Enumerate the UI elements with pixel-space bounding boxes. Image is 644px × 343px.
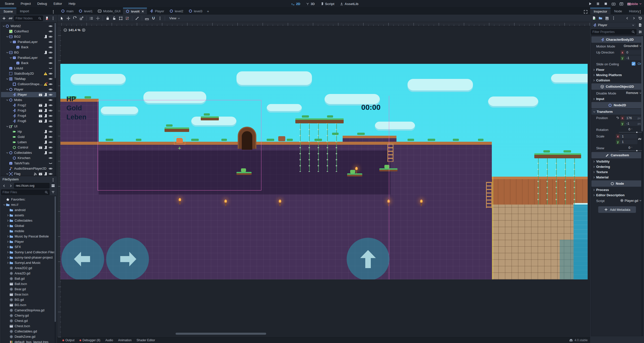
- visibility-toggle-icon[interactable]: [49, 167, 53, 171]
- visibility-toggle-icon[interactable]: [49, 98, 53, 102]
- visibility-toggle-icon[interactable]: [49, 82, 53, 86]
- filter-nodes-box[interactable]: [14, 16, 43, 21]
- revert-icon[interactable]: [616, 116, 619, 119]
- visibility-toggle-icon[interactable]: [49, 151, 53, 155]
- visibility-toggle-icon[interactable]: [49, 45, 53, 49]
- menu-debug[interactable]: Debug: [34, 0, 50, 8]
- fs-item-default-bus-layout-tres[interactable]: default_bus_layout.tres: [1, 339, 56, 343]
- move-tool[interactable]: [65, 15, 71, 21]
- tree-node-parallaxlayer[interactable]: ParallaxLayer: [1, 39, 56, 44]
- fold-process[interactable]: Process: [591, 187, 643, 192]
- position-y-field[interactable]: y-1px: [620, 121, 642, 126]
- snap-menu-button[interactable]: [157, 15, 163, 21]
- tree-node-frog4[interactable]: Frog4: [1, 113, 56, 118]
- tree-expand-icon[interactable]: [6, 151, 9, 154]
- fs-item-bear-tscn[interactable]: Bear.tscn: [1, 292, 56, 297]
- tree-expand-icon[interactable]: [6, 99, 9, 102]
- filter-nodes-input[interactable]: [16, 17, 37, 20]
- fs-item-sunny-land-phaser-project[interactable]: sunny-land-phaser-project: [1, 255, 56, 260]
- scene-tab-player[interactable]: Player: [147, 8, 167, 14]
- snap-toggle-button[interactable]: [150, 15, 156, 21]
- dock-tabs-menu-button[interactable]: [50, 9, 56, 15]
- pause-button[interactable]: [595, 1, 601, 7]
- resource-menu-button[interactable]: [611, 15, 617, 21]
- property-slider[interactable]: 0 °: [619, 127, 642, 132]
- view-menu-button[interactable]: View: [167, 15, 183, 21]
- scene-tab-mobile_gui[interactable]: Mobile_GUI: [95, 8, 123, 14]
- scene-tab-level3[interactable]: level3: [186, 8, 205, 14]
- visibility-toggle-icon[interactable]: [49, 114, 53, 118]
- save-resource-button[interactable]: [604, 15, 610, 21]
- tree-expand-icon[interactable]: [6, 172, 9, 175]
- tree-expand-icon[interactable]: [9, 40, 12, 43]
- fold-floor[interactable]: Floor: [591, 67, 643, 72]
- fs-item-bg-tscn[interactable]: BG.tscn: [1, 302, 56, 308]
- fs-expand-icon[interactable]: [6, 224, 9, 227]
- select-tool[interactable]: [59, 15, 65, 21]
- play-custom-scene-button[interactable]: [619, 1, 624, 7]
- fs-expand-icon[interactable]: [6, 214, 9, 217]
- fold-editor-description[interactable]: Editor Description: [591, 192, 643, 198]
- fs-expand-icon[interactable]: [6, 235, 9, 238]
- fs-item-collectables[interactable]: Collectables: [1, 218, 56, 223]
- tree-node-flag[interactable]: Flag: [1, 171, 56, 176]
- filesystem-header[interactable]: FileSystem: [0, 176, 57, 182]
- tree-node-collisionshape2d[interactable]: CollisionShape2D: [1, 81, 56, 87]
- fs-item-global[interactable]: Global: [1, 223, 56, 228]
- renderer-selector[interactable]: Mobile: [626, 0, 643, 8]
- fs-item-area2d2-gd[interactable]: Area2D2.gd: [1, 265, 56, 271]
- tree-node-gold[interactable]: Gold: [1, 134, 56, 139]
- position-x-field[interactable]: x176px: [620, 116, 642, 120]
- visibility-toggle-icon[interactable]: [49, 77, 53, 81]
- scale-y-field[interactable]: y1: [616, 139, 637, 144]
- filter-properties-box[interactable]: [591, 29, 636, 35]
- fs-item-sunnyland-music[interactable]: SunnyLand Music: [1, 260, 56, 265]
- play-scene-button[interactable]: [611, 1, 616, 7]
- fs-item-ball-tscn[interactable]: Ball.tscn: [1, 281, 56, 286]
- visibility-toggle-icon[interactable]: [49, 172, 53, 176]
- scale-tool[interactable]: [78, 15, 85, 21]
- fs-expand-icon[interactable]: [6, 240, 9, 243]
- fs-item-mobile[interactable]: mobile: [1, 228, 56, 234]
- load-resource-button[interactable]: [597, 15, 603, 21]
- bottom-button-debugger-8-[interactable]: Debugger (8): [77, 337, 103, 343]
- path-field[interactable]: [14, 183, 50, 188]
- ungroup-button[interactable]: [124, 15, 130, 21]
- inspector-scrollbar[interactable]: [641, 35, 643, 336]
- visibility-toggle-icon[interactable]: [49, 103, 53, 107]
- property-slider[interactable]: 0 °: [619, 146, 642, 151]
- filter-files-input[interactable]: [3, 190, 44, 194]
- tree-expand-icon[interactable]: [6, 51, 9, 54]
- property-dropdown[interactable]: Remove: [626, 91, 642, 95]
- section-transform[interactable]: Transform: [591, 109, 643, 115]
- tree-node-frog2[interactable]: Frog2: [1, 103, 56, 108]
- visibility-toggle-icon[interactable]: [49, 24, 53, 28]
- list-select-tool[interactable]: [88, 15, 94, 21]
- tree-node-lnlutd[interactable]: Lnlutd: [1, 66, 56, 71]
- scene-tree-menu-button[interactable]: [50, 15, 56, 21]
- tree-node-leben[interactable]: Leben: [1, 139, 56, 145]
- visibility-toggle-icon[interactable]: [49, 156, 53, 160]
- dock-tab-scene[interactable]: Scene: [0, 8, 16, 14]
- fs-item-android[interactable]: android: [1, 207, 56, 213]
- ruler-tool[interactable]: [144, 15, 150, 21]
- scale-x-field[interactable]: x1: [616, 134, 637, 139]
- visibility-toggle-icon[interactable]: [49, 130, 53, 134]
- workspace-script[interactable]: Script: [319, 2, 336, 6]
- tree-node-collectables[interactable]: Collectables: [1, 150, 56, 155]
- visibility-toggle-icon[interactable]: [49, 140, 53, 144]
- detach-script-button[interactable]: [44, 15, 50, 21]
- fs-item-sunny-land-collection-files[interactable]: Sunny Land Collection Files: [1, 250, 56, 255]
- fs-item-player[interactable]: Player: [1, 239, 56, 244]
- open-docs-button[interactable]: [637, 22, 643, 28]
- workspace-2d[interactable]: 2D: [290, 2, 302, 6]
- skeleton-menu-button[interactable]: [134, 15, 140, 21]
- menu-help[interactable]: Help: [65, 0, 79, 8]
- visibility-toggle-icon[interactable]: [49, 35, 53, 39]
- fs-expand-icon[interactable]: [6, 261, 9, 264]
- fs-item-bg-gd[interactable]: BG.gd: [1, 297, 56, 302]
- fold-ordering[interactable]: Ordering: [591, 164, 643, 169]
- tree-node-audiostreamplayer2d[interactable]: AudioStreamPlayer2D: [1, 166, 56, 171]
- play-button[interactable]: [587, 1, 593, 7]
- tree-expand-icon[interactable]: [6, 77, 9, 80]
